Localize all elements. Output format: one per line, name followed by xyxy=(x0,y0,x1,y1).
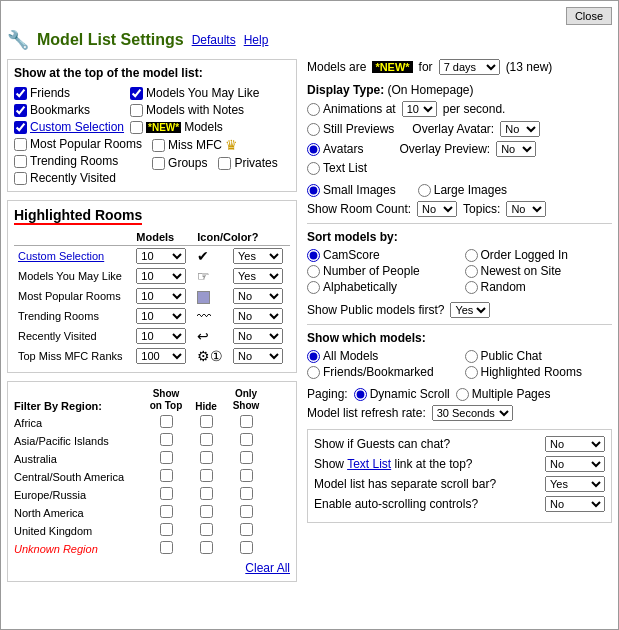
australia-hide-checkbox[interactable] xyxy=(200,451,213,464)
central-show-checkbox[interactable] xyxy=(160,469,173,482)
africa-hide-checkbox[interactable] xyxy=(200,415,213,428)
europe-show-checkbox[interactable] xyxy=(160,487,173,500)
friends-checkbox[interactable] xyxy=(14,87,27,100)
uk-hide-checkbox[interactable] xyxy=(200,523,213,536)
uk-show-checkbox[interactable] xyxy=(160,523,173,536)
custom-selection-link[interactable]: Custom Selection xyxy=(30,120,124,134)
privates-checkbox[interactable] xyxy=(218,157,231,170)
order-logged-radio[interactable] xyxy=(465,249,478,262)
random-radio-row: Random xyxy=(465,280,613,294)
central-hide-checkbox[interactable] xyxy=(200,469,213,482)
uk-only-checkbox[interactable] xyxy=(240,523,253,536)
text-list-radio[interactable] xyxy=(307,162,320,175)
refresh-rate-row: Model list refresh rate: 30 Seconds 10 S… xyxy=(307,405,612,421)
north-hide-checkbox[interactable] xyxy=(200,505,213,518)
avatars-radio[interactable] xyxy=(307,143,320,156)
alpha-radio[interactable] xyxy=(307,281,320,294)
close-button[interactable]: Close xyxy=(566,7,612,25)
list-item: Europe/Russia xyxy=(14,487,290,503)
unknown-only-checkbox[interactable] xyxy=(240,541,253,554)
custom-selection-checkbox[interactable] xyxy=(14,121,27,134)
asia-only-checkbox[interactable] xyxy=(240,433,253,446)
checkbox-miss-mfc: Miss MFC ♛ xyxy=(152,137,278,153)
overlay-preview-label: Overlay Preview: xyxy=(399,142,490,156)
days-select[interactable]: 7 days 3 days 14 days 30 days xyxy=(439,59,500,75)
topics-select[interactable]: NoYes xyxy=(506,201,546,217)
dynamic-scroll-radio[interactable] xyxy=(354,388,367,401)
highlighted-rooms-radio[interactable] xyxy=(465,366,478,379)
animations-radio[interactable] xyxy=(307,103,320,116)
recently-visited-checkbox[interactable] xyxy=(14,172,27,185)
random-radio[interactable] xyxy=(465,281,478,294)
friends-bookmarked-radio[interactable] xyxy=(307,366,320,379)
newest-radio[interactable] xyxy=(465,265,478,278)
text-list-inline-link[interactable]: Text List xyxy=(347,457,391,471)
trending-models-select[interactable]: 10 xyxy=(136,308,186,324)
animations-value-select[interactable]: 1051520 xyxy=(402,101,437,117)
unknown-hide-checkbox[interactable] xyxy=(200,541,213,554)
europe-only-checkbox[interactable] xyxy=(240,487,253,500)
num-people-radio[interactable] xyxy=(307,265,320,278)
list-item: Africa xyxy=(14,415,290,431)
still-previews-radio[interactable] xyxy=(307,123,320,136)
top-miss-mfc-yes-no[interactable]: NoYes xyxy=(233,348,283,364)
clear-all-link[interactable]: Clear All xyxy=(245,561,290,575)
show-at-top-section: Show at the top of the model list: Frien… xyxy=(7,59,297,192)
bookmarks-checkbox[interactable] xyxy=(14,104,27,117)
overlay-preview-select[interactable]: NoYes xyxy=(496,141,536,157)
custom-selection-models-select[interactable]: 10 xyxy=(136,248,186,264)
top-miss-mfc-models-select[interactable]: 100 xyxy=(136,348,186,364)
auto-scroll-select[interactable]: NoYes xyxy=(545,496,605,512)
defaults-link[interactable]: Defaults xyxy=(192,33,236,47)
refresh-rate-select[interactable]: 30 Seconds 10 Seconds 15 Seconds 20 Seco… xyxy=(432,405,513,421)
table-row: Most Popular Rooms 10 NoYes xyxy=(14,286,290,306)
trending-yes-no[interactable]: NoYes xyxy=(233,308,283,324)
central-only-checkbox[interactable] xyxy=(240,469,253,482)
north-show-checkbox[interactable] xyxy=(160,505,173,518)
all-models-radio[interactable] xyxy=(307,350,320,363)
small-images-radio[interactable] xyxy=(307,184,320,197)
sort-models-section: Sort models by: CamScore Order Logged In… xyxy=(307,230,612,294)
most-popular-models-select[interactable]: 10 xyxy=(136,288,186,304)
africa-only-checkbox[interactable] xyxy=(240,415,253,428)
trending-icon: 〰 xyxy=(193,306,229,326)
new-models-checkbox[interactable] xyxy=(130,121,143,134)
australia-only-checkbox[interactable] xyxy=(240,451,253,464)
trending-checkbox[interactable] xyxy=(14,155,27,168)
help-link[interactable]: Help xyxy=(244,33,269,47)
public-chat-radio[interactable] xyxy=(465,350,478,363)
text-list-link-select[interactable]: NoYes xyxy=(545,456,605,472)
models-with-notes-checkbox[interactable] xyxy=(130,104,143,117)
camscore-radio[interactable] xyxy=(307,249,320,262)
newest-label: Newest on Site xyxy=(481,264,562,278)
list-item: Australia xyxy=(14,451,290,467)
most-popular-yes-no[interactable]: NoYes xyxy=(233,288,283,304)
australia-show-checkbox[interactable] xyxy=(160,451,173,464)
unknown-show-checkbox[interactable] xyxy=(160,541,173,554)
models-may-like-models-select[interactable]: 10 xyxy=(136,268,186,284)
most-popular-checkbox[interactable] xyxy=(14,138,27,151)
checkbox-models-with-notes: Models with Notes xyxy=(130,103,259,117)
recently-visited-models-select[interactable]: 10 xyxy=(136,328,186,344)
miss-mfc-checkbox[interactable] xyxy=(152,139,165,152)
north-only-checkbox[interactable] xyxy=(240,505,253,518)
show-public-select[interactable]: YesNo xyxy=(450,302,490,318)
custom-selection-yes-no[interactable]: YesNo xyxy=(233,248,283,264)
groups-checkbox[interactable] xyxy=(152,157,165,170)
models-may-like-yes-no[interactable]: YesNo xyxy=(233,268,283,284)
recently-visited-yes-no[interactable]: NoYes xyxy=(233,328,283,344)
highlighted-rooms-label: Highlighted Rooms xyxy=(481,365,582,379)
overlay-avatar-select[interactable]: NoYes xyxy=(500,121,540,137)
asia-show-checkbox[interactable] xyxy=(160,433,173,446)
guests-can-chat-select[interactable]: NoYes xyxy=(545,436,605,452)
order-logged-radio-row: Order Logged In xyxy=(465,248,613,262)
models-may-like-checkbox[interactable] xyxy=(130,87,143,100)
show-room-count-select[interactable]: NoYes xyxy=(417,201,457,217)
africa-show-checkbox[interactable] xyxy=(160,415,173,428)
scroll-bar-select[interactable]: YesNo xyxy=(545,476,605,492)
custom-selection-row-link[interactable]: Custom Selection xyxy=(18,250,104,262)
multiple-pages-radio[interactable] xyxy=(456,388,469,401)
asia-hide-checkbox[interactable] xyxy=(200,433,213,446)
large-images-radio[interactable] xyxy=(418,184,431,197)
europe-hide-checkbox[interactable] xyxy=(200,487,213,500)
